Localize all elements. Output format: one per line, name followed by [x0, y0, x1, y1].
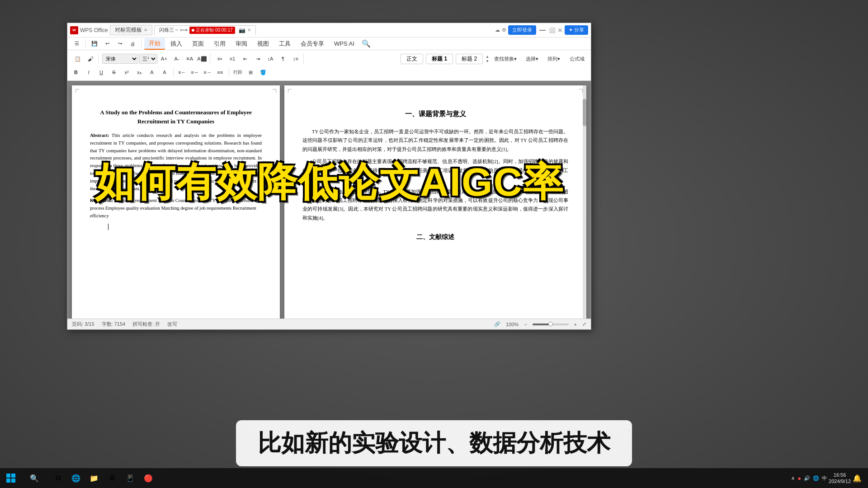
underline-btn[interactable]: U — [95, 67, 107, 78]
taskbar-app-3[interactable]: 🔴 — [140, 470, 156, 486]
paper-title: A Study on the Problems and Countermeasu… — [90, 108, 262, 126]
style-more-btn[interactable]: ▲ ▼ — [486, 55, 489, 63]
task-view[interactable]: ⧉ — [50, 470, 66, 486]
spell-check[interactable]: 拼写检查: 开 — [132, 321, 160, 328]
scrollbar-thumb[interactable] — [583, 99, 586, 126]
outdent-btn[interactable]: ⇤ — [239, 53, 251, 64]
find-replace-btn[interactable]: 查找替换▾ — [492, 53, 519, 64]
zoom-slider[interactable] — [533, 324, 569, 325]
font-name-select[interactable]: 宋体 — [102, 54, 138, 64]
list-number-btn[interactable]: ≡1 — [226, 53, 238, 64]
edit-mode[interactable]: 改写 — [167, 321, 177, 328]
menu-insert[interactable]: 插入 — [166, 38, 187, 49]
border-btn[interactable]: ⊞ — [245, 67, 256, 78]
text-effect-btn[interactable]: A⬛ — [196, 53, 208, 64]
zoom-out-btn[interactable]: − — [524, 322, 527, 327]
recording-badge: 正在录制 00:00:17 — [189, 27, 235, 34]
tab-recording-label: 闪烁三→ ⟼ — [159, 27, 188, 33]
abstract-label: Abstract: — [90, 133, 109, 138]
close-button[interactable]: ✕ — [557, 27, 563, 34]
edge-browser[interactable]: 🌐 — [68, 470, 84, 486]
menu-vip[interactable]: 会员专享 — [296, 38, 329, 49]
tab-mubao[interactable]: 对标完模板 ✕ — [110, 25, 152, 35]
align-justify-btn[interactable]: ≡≡ — [214, 67, 226, 78]
font-color-btn[interactable]: A — [146, 67, 158, 78]
print-icon[interactable]: 🖨 — [127, 38, 138, 49]
menu-page[interactable]: 页面 — [188, 38, 208, 49]
undo-icon[interactable]: ↩ — [101, 38, 113, 49]
tab-recording[interactable]: 闪烁三→ ⟼ 正在录制 00:00:17 📷 ✕ — [154, 25, 256, 35]
zoom-thumb[interactable] — [548, 322, 553, 326]
show-marks-btn[interactable]: ¶ — [277, 53, 289, 64]
paste-btn[interactable]: 📋 — [72, 53, 84, 64]
style-normal-btn[interactable]: 正文 — [401, 54, 423, 64]
sync-icon[interactable]: ☁ — [495, 27, 500, 33]
camera-icon[interactable]: 📷 — [239, 27, 245, 33]
redo-icon[interactable]: ↪ — [114, 38, 126, 49]
style-h1-btn[interactable]: 标题 1 — [426, 54, 453, 64]
outline-btn[interactable]: 排列▾ — [545, 53, 563, 64]
search-taskbar[interactable]: 🔍 — [21, 470, 48, 486]
maximize-button[interactable]: ⬜ — [549, 27, 556, 33]
hamburger-menu[interactable]: ☰ — [71, 38, 83, 49]
font-increase-btn[interactable]: A+ — [158, 53, 170, 64]
clear-format-btn[interactable]: ✕A — [184, 53, 195, 64]
file-explorer[interactable]: 📁 — [86, 470, 102, 486]
login-button[interactable]: 立即登录 — [508, 25, 536, 35]
zoom-in-btn[interactable]: + — [574, 322, 577, 327]
line-spacing-btn[interactable]: ↕≡ — [290, 53, 302, 64]
taskbar-app-2[interactable]: 📱 — [122, 470, 138, 486]
search-icon[interactable]: 🔍 — [362, 39, 371, 48]
line-height-btn[interactable]: 行距 — [232, 67, 244, 78]
bold-btn[interactable]: B — [70, 67, 82, 78]
system-clock[interactable]: 16:56 2024/9/12 — [829, 472, 851, 485]
indent-btn[interactable]: ⇥ — [252, 53, 264, 64]
list-bullet-btn[interactable]: ≡• — [214, 53, 226, 64]
menu-home[interactable]: 开始 — [144, 38, 165, 50]
font-decrease-btn[interactable]: A- — [171, 53, 183, 64]
input-method[interactable]: 中 — [822, 475, 827, 482]
menu-ref[interactable]: 引用 — [209, 38, 230, 49]
page-info: 页码: 3/15 — [72, 321, 94, 328]
windows-icon — [6, 473, 16, 483]
tray-record-dot: ● — [797, 475, 801, 482]
align-right-btn[interactable]: ≡→ — [202, 67, 213, 78]
taskbar: 🔍 ⧉ 🌐 📁 🖥 📱 🔴 ∧ ● 🔊 🌐 中 16:56 2024/9/12 … — [0, 468, 868, 488]
align-left-btn[interactable]: ≡← — [176, 67, 188, 78]
settings-icon[interactable]: ⚙ — [502, 27, 506, 33]
tab-recording-close[interactable]: ✕ — [247, 28, 251, 33]
taskbar-app-1[interactable]: 🖥 — [104, 470, 120, 486]
save-icon[interactable]: 💾 — [89, 38, 100, 49]
start-button[interactable] — [3, 470, 19, 486]
svg-rect-1 — [11, 474, 15, 478]
shading-btn[interactable]: 🪣 — [257, 67, 269, 78]
tray-icon-1: 🔊 — [804, 475, 810, 481]
select-btn[interactable]: 选择▾ — [522, 53, 542, 64]
menu-view[interactable]: 视图 — [253, 38, 274, 49]
menu-review[interactable]: 审阅 — [231, 38, 252, 49]
menu-tools[interactable]: 工具 — [274, 38, 295, 49]
title-bar-right: ☁ ⚙ 立即登录 ⬜ ✕ ✦ 分享 — [495, 25, 588, 35]
tab-close-icon[interactable]: ✕ — [144, 28, 147, 33]
fullscreen-btn[interactable]: ⤢ — [582, 321, 586, 327]
subscript-btn[interactable]: x₂ — [133, 67, 145, 78]
font-size-select[interactable]: 三号 — [139, 54, 157, 64]
italic-btn[interactable]: I — [83, 67, 94, 78]
svg-rect-0 — [6, 474, 10, 478]
strikethrough-btn[interactable]: S — [108, 67, 120, 78]
minimize-button[interactable] — [538, 27, 547, 33]
tray-chevron[interactable]: ∧ — [791, 475, 795, 481]
style-h2-btn[interactable]: 标题 2 — [456, 54, 483, 64]
sort-btn[interactable]: ↕A — [264, 53, 276, 64]
formula-btn[interactable]: 公式域 — [566, 53, 588, 64]
align-center-btn[interactable]: ≡↔ — [189, 67, 201, 78]
format-painter-btn[interactable]: 🖌 — [85, 53, 96, 64]
corner-tl-r — [288, 89, 292, 93]
highlight-btn[interactable]: A — [159, 67, 170, 78]
tab-mubao-label: 对标完模板 — [115, 26, 142, 34]
share-button[interactable]: ✦ 分享 — [565, 25, 588, 35]
zoom-level: 100% — [506, 322, 519, 327]
menu-ai[interactable]: WPS AI — [330, 39, 359, 48]
superscript-btn[interactable]: x² — [121, 67, 132, 78]
notification-icon[interactable]: 🔔 — [853, 474, 862, 483]
